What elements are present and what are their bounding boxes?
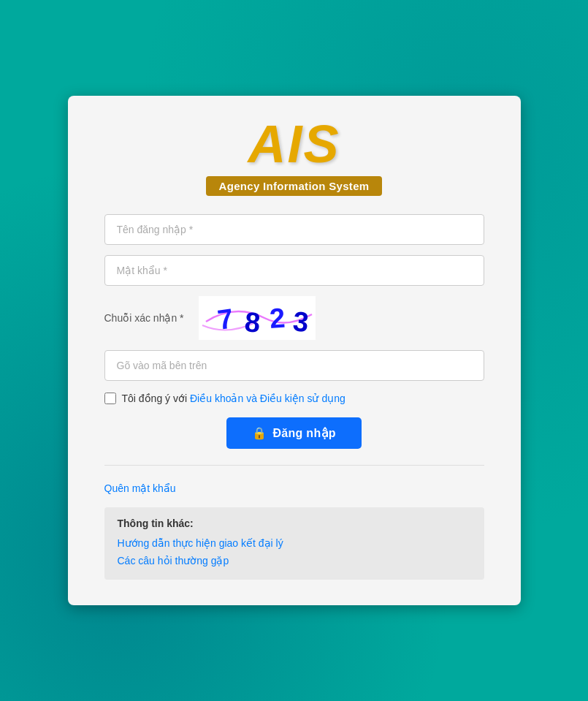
username-group: [104, 214, 484, 245]
logo-section: AIS Agency Information System: [104, 118, 484, 196]
password-input[interactable]: [104, 255, 484, 286]
terms-checkbox[interactable]: [104, 393, 116, 404]
forgot-password-link[interactable]: Quên mật khẩu: [104, 482, 176, 494]
password-group: [104, 255, 484, 286]
logo-ais: AIS: [104, 118, 484, 170]
captcha-input[interactable]: [104, 350, 484, 381]
logo-subtitle: Agency Information System: [206, 176, 383, 196]
info-box: Thông tin khác: Hướng dẫn thực hiện giao…: [104, 507, 484, 580]
login-button[interactable]: 🔒 Đăng nhập: [226, 417, 362, 449]
username-input[interactable]: [104, 214, 484, 245]
svg-text:8: 8: [243, 306, 261, 338]
info-link-1[interactable]: Hướng dẫn thực hiện giao kết đại lý: [118, 535, 471, 553]
captcha-image: 7 8 2 3: [199, 296, 316, 340]
info-box-title: Thông tin khác:: [118, 518, 471, 529]
terms-link[interactable]: Điều khoản và Điều kiện sử dụng: [190, 393, 345, 404]
svg-text:3: 3: [291, 306, 310, 338]
captcha-label: Chuỗi xác nhận *: [104, 312, 184, 324]
terms-row: Tôi đồng ý với Điều khoản và Điều kiện s…: [104, 393, 484, 404]
login-button-container: 🔒 Đăng nhập: [104, 417, 484, 449]
terms-text: Tôi đồng ý với Điều khoản và Điều kiện s…: [122, 393, 345, 404]
lock-icon: 🔒: [252, 426, 267, 440]
form-section: Chuỗi xác nhận * 7 8 2 3: [104, 214, 484, 580]
divider: [104, 465, 484, 466]
login-card: AIS Agency Information System Chuỗi xác …: [68, 96, 521, 606]
captcha-input-group: [104, 350, 484, 381]
info-link-2[interactable]: Các câu hỏi thường gặp: [118, 553, 471, 570]
svg-text:2: 2: [268, 302, 286, 333]
captcha-row: Chuỗi xác nhận * 7 8 2 3: [104, 296, 484, 340]
